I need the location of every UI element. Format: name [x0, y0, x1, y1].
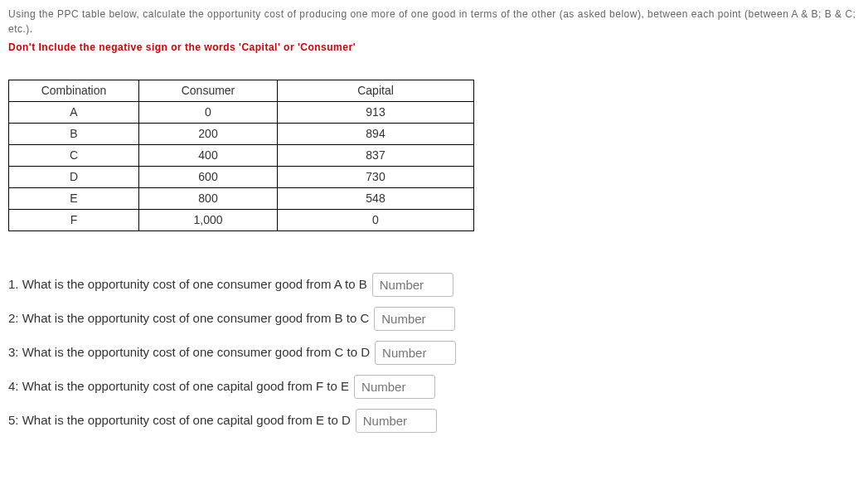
- warning-text: Don't Include the negative sign or the w…: [8, 40, 860, 55]
- question-row: 3: What is the opportunity cost of one c…: [8, 341, 860, 365]
- ppc-table: Combination Consumer Capital A 0 913 B 2…: [8, 80, 474, 231]
- cell-combo: D: [9, 167, 139, 188]
- header-combination: Combination: [9, 80, 139, 102]
- answer-input-1[interactable]: [372, 273, 453, 297]
- question-row: 2: What is the opportunity cost of one c…: [8, 307, 860, 331]
- cell-combo: A: [9, 102, 139, 124]
- question-row: 1. What is the opportunity cost of one c…: [8, 273, 860, 297]
- cell-consumer: 800: [139, 188, 278, 210]
- question-row: 4: What is the opportunity cost of one c…: [8, 375, 860, 399]
- cell-combo: B: [9, 124, 139, 145]
- cell-capital: 0: [278, 210, 474, 231]
- table-row: D 600 730: [9, 167, 474, 188]
- table-row: E 800 548: [9, 188, 474, 210]
- cell-capital: 894: [278, 124, 474, 145]
- cell-combo: E: [9, 188, 139, 210]
- cell-consumer: 600: [139, 167, 278, 188]
- question-label: 5: What is the opportunity cost of one c…: [8, 411, 351, 430]
- cell-capital: 913: [278, 102, 474, 124]
- cell-combo: C: [9, 145, 139, 167]
- header-consumer: Consumer: [139, 80, 278, 102]
- table-header-row: Combination Consumer Capital: [9, 80, 474, 102]
- question-label: 4: What is the opportunity cost of one c…: [8, 377, 349, 396]
- question-label: 3: What is the opportunity cost of one c…: [8, 343, 370, 362]
- table-row: B 200 894: [9, 124, 474, 145]
- cell-capital: 730: [278, 167, 474, 188]
- questions-block: 1. What is the opportunity cost of one c…: [8, 273, 860, 433]
- answer-input-3[interactable]: [375, 341, 456, 365]
- table-row: C 400 837: [9, 145, 474, 167]
- cell-consumer: 0: [139, 102, 278, 124]
- cell-consumer: 200: [139, 124, 278, 145]
- table-row: A 0 913: [9, 102, 474, 124]
- answer-input-2[interactable]: [374, 307, 455, 331]
- question-label: 2: What is the opportunity cost of one c…: [8, 309, 369, 328]
- header-capital: Capital: [278, 80, 474, 102]
- cell-capital: 548: [278, 188, 474, 210]
- question-row: 5: What is the opportunity cost of one c…: [8, 409, 860, 433]
- answer-input-4[interactable]: [354, 375, 435, 399]
- table-row: F 1,000 0: [9, 210, 474, 231]
- cell-consumer: 400: [139, 145, 278, 167]
- cell-combo: F: [9, 210, 139, 231]
- cell-capital: 837: [278, 145, 474, 167]
- answer-input-5[interactable]: [356, 409, 437, 433]
- cell-consumer: 1,000: [139, 210, 278, 231]
- question-label: 1. What is the opportunity cost of one c…: [8, 275, 367, 294]
- instructions-text: Using the PPC table below, calculate the…: [8, 7, 860, 36]
